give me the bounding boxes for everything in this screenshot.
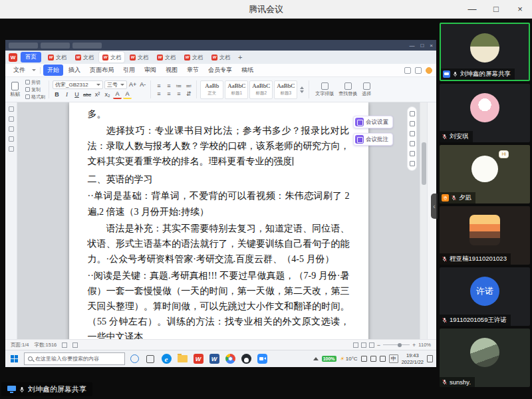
align-right-icon[interactable]: ≡ bbox=[174, 90, 183, 97]
collapse-sidebar-handle[interactable]: ‹ bbox=[431, 194, 438, 219]
account-avatar[interactable] bbox=[426, 67, 432, 74]
edit-icon[interactable] bbox=[410, 121, 415, 126]
ribbon-tab-insert[interactable]: 插入 bbox=[65, 65, 84, 76]
word-count[interactable]: 字数:1516 bbox=[35, 342, 57, 348]
battery-percentage-badge[interactable]: 100% bbox=[322, 356, 336, 362]
ribbon-tab-home[interactable]: 开始 bbox=[43, 65, 63, 76]
participant-tile[interactable]: 程亚楠19110201023 bbox=[440, 206, 530, 265]
align-left-icon[interactable]: ≡ bbox=[154, 90, 163, 97]
input-method-indicator[interactable]: 中 bbox=[389, 354, 398, 363]
doc-tab[interactable]: W文档 bbox=[181, 52, 206, 63]
superscript-button[interactable]: x² bbox=[93, 90, 102, 99]
edge-icon[interactable]: e bbox=[160, 352, 173, 366]
ribbon-tab-references[interactable]: 引用 bbox=[119, 65, 139, 76]
spellcheck-icon[interactable] bbox=[62, 342, 67, 348]
notification-center-icon[interactable] bbox=[427, 355, 433, 362]
style-heading1[interactable]: AaBbC 标题1 bbox=[225, 80, 248, 99]
participant-tile[interactable]: 许诺 19110201059王许诺 bbox=[440, 267, 530, 326]
line-spacing-icon[interactable]: ⇵ bbox=[184, 90, 193, 97]
bullet-list-icon[interactable]: ≔ bbox=[174, 82, 183, 89]
file-menu-caret-icon[interactable] bbox=[32, 69, 36, 71]
download-icon[interactable] bbox=[410, 151, 415, 156]
start-button[interactable] bbox=[7, 352, 21, 366]
chrome-icon[interactable] bbox=[223, 352, 237, 366]
battery-icon[interactable] bbox=[380, 356, 386, 362]
print-icon[interactable] bbox=[410, 141, 415, 146]
settings-icon[interactable] bbox=[410, 161, 415, 166]
style-heading2[interactable]: AaBbC 标题2 bbox=[249, 80, 273, 99]
doc-tab[interactable]: W文档 bbox=[126, 52, 152, 63]
redo-icon[interactable] bbox=[9, 136, 14, 142]
doc-tab[interactable]: W文档 bbox=[72, 52, 97, 63]
paste-button[interactable]: 粘贴 bbox=[8, 78, 22, 100]
font-size-select[interactable]: 三号 bbox=[104, 80, 127, 89]
file-explorer-icon[interactable] bbox=[176, 352, 189, 366]
participant-tile[interactable]: sunshy. bbox=[440, 329, 530, 387]
document-canvas[interactable]: 多。 选择技巧：专业课书目对比法；参考书多少？报录比对比法：录取人数与报考人数？… bbox=[17, 102, 420, 339]
ribbon-tab-review[interactable]: 审阅 bbox=[140, 65, 160, 76]
shrink-font-button[interactable]: A- bbox=[138, 80, 147, 89]
read-mode-icon[interactable] bbox=[353, 342, 358, 348]
tray-expand-icon[interactable] bbox=[313, 357, 319, 360]
underline-button[interactable]: U bbox=[72, 90, 81, 99]
taskbar-search-input[interactable]: 在这里输入你要搜索的内容 bbox=[24, 352, 125, 365]
font-name-select[interactable]: 仿宋_GB2312 bbox=[53, 80, 103, 89]
web-mode-icon[interactable] bbox=[369, 342, 374, 348]
styles-scroll[interactable] bbox=[299, 86, 305, 93]
ribbon-tab-file[interactable]: 文件 bbox=[9, 65, 29, 76]
participant-tile[interactable]: Hi 夕凪 bbox=[440, 145, 530, 203]
doc-tab[interactable]: W文档 bbox=[154, 52, 179, 63]
zoom-out-button[interactable]: − bbox=[377, 342, 380, 348]
save-icon[interactable] bbox=[9, 106, 14, 112]
meeting-settings-button[interactable]: 会议设置 bbox=[353, 116, 393, 128]
participant-tile-sharer[interactable]: 刘坤鑫的屏幕共享 bbox=[440, 23, 530, 81]
share-icon[interactable] bbox=[410, 111, 415, 116]
task-view-icon[interactable] bbox=[144, 352, 157, 366]
tencent-meeting-icon[interactable] bbox=[255, 352, 269, 366]
qq-icon[interactable] bbox=[239, 352, 253, 366]
zoom-knob[interactable] bbox=[398, 343, 402, 347]
wps-close-button[interactable]: × bbox=[430, 43, 433, 49]
zoom-level[interactable]: 110% bbox=[418, 342, 431, 348]
weather-indicator[interactable]: ☀10°C bbox=[340, 356, 358, 362]
style-normal[interactable]: AaBb 正文 bbox=[200, 80, 223, 99]
zoom-in-button[interactable]: + bbox=[412, 342, 416, 348]
vertical-scrollbar[interactable] bbox=[420, 102, 427, 339]
ribbon-tab-page-layout[interactable]: 页面布局 bbox=[86, 65, 118, 76]
participant-tile[interactable]: 刘安琪 bbox=[440, 84, 530, 142]
taskbar-clock[interactable]: 19:43 2022/1/22 bbox=[402, 352, 424, 365]
numbered-list-icon[interactable]: ≕ bbox=[184, 82, 193, 89]
ribbon-tab-view[interactable]: 视图 bbox=[162, 65, 182, 76]
wps-home-button[interactable]: 首页 bbox=[21, 52, 41, 63]
style-heading3[interactable]: AaBbC 标题3 bbox=[274, 80, 297, 99]
doc-tab-active[interactable]: W文档 bbox=[99, 52, 124, 63]
scrollbar-thumb[interactable] bbox=[422, 142, 426, 185]
wps-maximize-button[interactable]: □ bbox=[420, 43, 424, 49]
copy-button[interactable]: 复制 bbox=[25, 86, 45, 93]
undo-icon[interactable] bbox=[9, 126, 14, 132]
ribbon-tab-section[interactable]: 章节 bbox=[183, 65, 203, 76]
find-replace-button[interactable]: 查找替换 bbox=[338, 82, 357, 97]
ribbon-tab-member[interactable]: 会员专享 bbox=[204, 65, 236, 76]
zoom-slider[interactable] bbox=[383, 344, 410, 345]
italic-button[interactable]: I bbox=[63, 90, 71, 99]
outline-icon[interactable] bbox=[9, 146, 14, 152]
new-doc-tab-button[interactable]: + bbox=[235, 53, 245, 61]
close-button[interactable]: × bbox=[508, 0, 532, 18]
font-color-button[interactable]: A bbox=[113, 90, 122, 99]
grow-font-button[interactable]: A+ bbox=[128, 80, 137, 89]
meeting-annotation-button[interactable]: 会议批注 bbox=[353, 133, 393, 146]
wps-minimize-button[interactable]: — bbox=[409, 43, 414, 49]
minimize-button[interactable]: — bbox=[460, 0, 484, 18]
comment-icon[interactable] bbox=[410, 131, 415, 136]
cortana-icon[interactable] bbox=[128, 352, 141, 366]
ribbon-tab-paper[interactable]: 稿纸 bbox=[237, 65, 257, 76]
print-icon[interactable] bbox=[9, 116, 14, 122]
align-center-icon[interactable]: ≡ bbox=[164, 90, 173, 97]
proofread-icon[interactable] bbox=[72, 342, 78, 348]
word-app-icon[interactable]: W bbox=[207, 352, 221, 366]
strikethrough-button[interactable]: abc bbox=[82, 90, 92, 99]
search-command-icon[interactable] bbox=[404, 67, 411, 74]
decrease-indent-icon[interactable]: ≡ bbox=[154, 82, 163, 89]
select-button[interactable]: 选择 bbox=[362, 82, 371, 97]
